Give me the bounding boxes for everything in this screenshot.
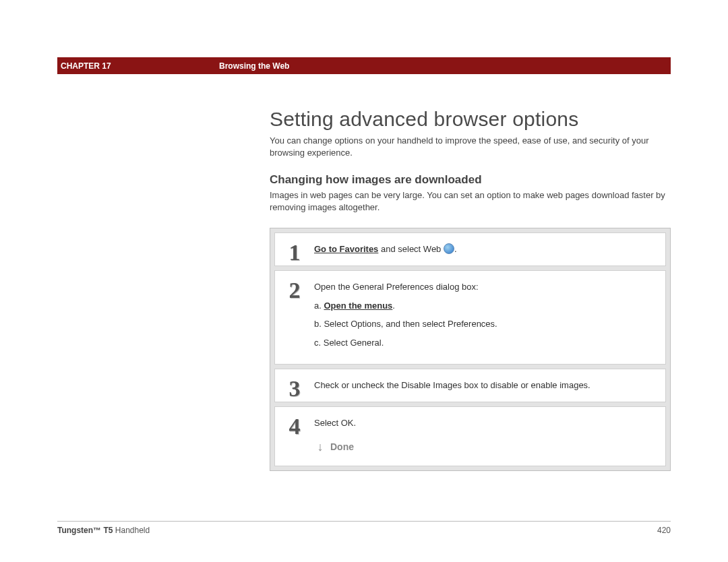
step-body: Select OK. ↓ Done — [314, 407, 665, 466]
main-content: Setting advanced browser options You can… — [270, 108, 671, 471]
step-1: 1 Go to Favorites and select Web . — [274, 232, 666, 266]
step-3: 3 Check or uncheck the Disable Images bo… — [274, 369, 666, 402]
step-2-a: a. Open the menus. — [314, 299, 656, 313]
section-intro: Images in web pages can be very large. Y… — [270, 189, 671, 213]
step-4: 4 Select OK. ↓ Done — [274, 406, 666, 466]
go-to-favorites-link[interactable]: Go to Favorites — [314, 244, 378, 254]
step-1-text: and select Web — [378, 244, 444, 254]
step-4-text: Select OK. — [314, 416, 656, 430]
step-body: Check or uncheck the Disable Images box … — [314, 369, 665, 402]
step-number: 4 — [275, 407, 314, 466]
intro-text: You can change options on your handheld … — [270, 135, 671, 158]
done-indicator: ↓ Done — [314, 438, 656, 456]
done-label: Done — [330, 440, 354, 454]
step-2-c: c. Select General. — [314, 336, 656, 350]
web-icon — [444, 243, 454, 254]
step-number: 3 — [275, 369, 314, 402]
page-number: 420 — [657, 526, 671, 535]
step-body: Open the General Preferences dialog box:… — [314, 271, 665, 364]
section-heading: Changing how images are downloaded — [270, 173, 671, 187]
open-the-menus-link[interactable]: Open the menus — [324, 301, 392, 311]
step-2: 2 Open the General Preferences dialog bo… — [274, 270, 666, 365]
step-body: Go to Favorites and select Web . — [314, 233, 665, 266]
page-footer: Tungsten™ T5 Handheld 420 — [57, 521, 671, 535]
step-3-text: Check or uncheck the Disable Images box … — [314, 380, 590, 390]
chapter-header: CHAPTER 17 Browsing the Web — [57, 57, 671, 74]
step-number: 2 — [275, 271, 314, 364]
page-title: Setting advanced browser options — [270, 108, 671, 131]
step-2-line1: Open the General Preferences dialog box: — [314, 280, 656, 294]
chapter-title: Browsing the Web — [219, 61, 289, 71]
product-name: Tungsten™ T5 Handheld — [57, 526, 150, 535]
step-number: 1 — [275, 233, 314, 266]
chapter-number: CHAPTER 17 — [61, 61, 219, 71]
down-arrow-icon: ↓ — [314, 438, 326, 456]
step-2-b: b. Select Options, and then select Prefe… — [314, 317, 656, 331]
steps-container: 1 Go to Favorites and select Web . 2 Ope… — [270, 228, 671, 471]
